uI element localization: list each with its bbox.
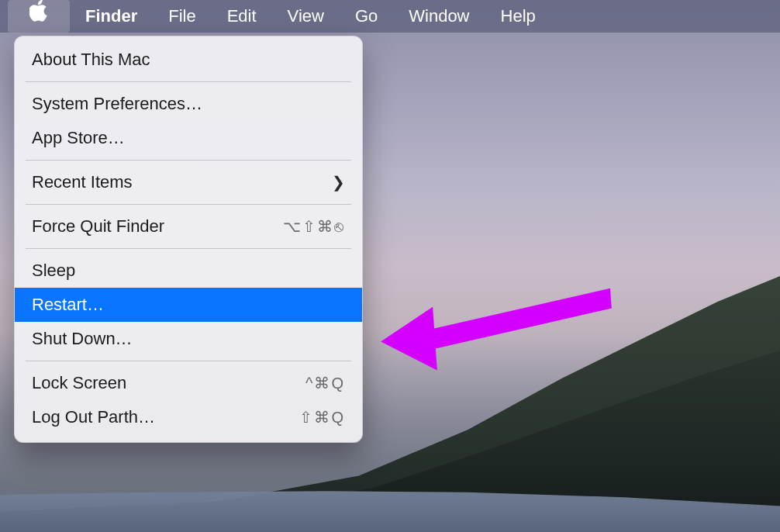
menu-item-lockscreen[interactable]: Lock Screen ^⌘Q (15, 366, 362, 400)
menubar-item-help[interactable]: Help (485, 0, 551, 33)
menu-item-shortcut: ⌥⇧⌘⎋ (283, 217, 345, 236)
menu-separator (26, 160, 351, 161)
menu-item-label: Lock Screen (32, 373, 126, 393)
menu-item-label: Force Quit Finder (32, 216, 164, 237)
menu-item-label: Recent Items (32, 172, 133, 192)
menubar-item-edit[interactable]: Edit (212, 0, 272, 33)
menu-item-label: Sleep (32, 261, 75, 281)
menu-item-label: Restart… (32, 295, 104, 315)
menu-item-restart[interactable]: Restart… (15, 288, 362, 322)
menu-separator (26, 204, 351, 205)
menu-item-label: About This Mac (32, 50, 150, 70)
apple-menu-dropdown: About This Mac System Preferences… App S… (14, 36, 363, 443)
menu-item-label: Shut Down… (32, 329, 133, 349)
menu-item-recent[interactable]: Recent Items ❯ (15, 165, 362, 199)
annotation-arrow-icon (380, 279, 613, 372)
menu-item-logout[interactable]: Log Out Parth… ⇧⌘Q (15, 400, 362, 434)
menubar-item-go[interactable]: Go (340, 0, 393, 33)
svg-marker-0 (380, 288, 613, 372)
desktop-background: Finder File Edit View Go Window Help Abo… (0, 0, 780, 532)
menu-item-label: System Preferences… (32, 94, 202, 114)
menu-item-appstore[interactable]: App Store… (15, 121, 362, 155)
menu-item-shortcut: ^⌘Q (305, 374, 345, 392)
menubar-item-window[interactable]: Window (393, 0, 485, 33)
menu-separator (26, 248, 351, 249)
apple-menu-button[interactable] (8, 0, 70, 33)
menu-item-shortcut: ⇧⌘Q (299, 408, 345, 427)
menu-item-about[interactable]: About This Mac (15, 43, 362, 77)
menubar-app-name[interactable]: Finder (70, 0, 153, 33)
menu-item-sysprefs[interactable]: System Preferences… (15, 87, 362, 121)
menu-item-sleep[interactable]: Sleep (15, 254, 362, 288)
menu-item-forcequit[interactable]: Force Quit Finder ⌥⇧⌘⎋ (15, 209, 362, 244)
menu-separator (26, 81, 351, 82)
menu-item-label: Log Out Parth… (32, 407, 155, 427)
menu-separator (26, 361, 351, 361)
menubar: Finder File Edit View Go Window Help (0, 0, 780, 33)
chevron-right-icon: ❯ (332, 173, 345, 192)
apple-logo-icon (29, 0, 48, 33)
menu-item-label: App Store… (32, 128, 125, 148)
menubar-item-file[interactable]: File (153, 0, 211, 33)
menu-item-shutdown[interactable]: Shut Down… (15, 322, 362, 356)
menubar-item-view[interactable]: View (272, 0, 340, 33)
